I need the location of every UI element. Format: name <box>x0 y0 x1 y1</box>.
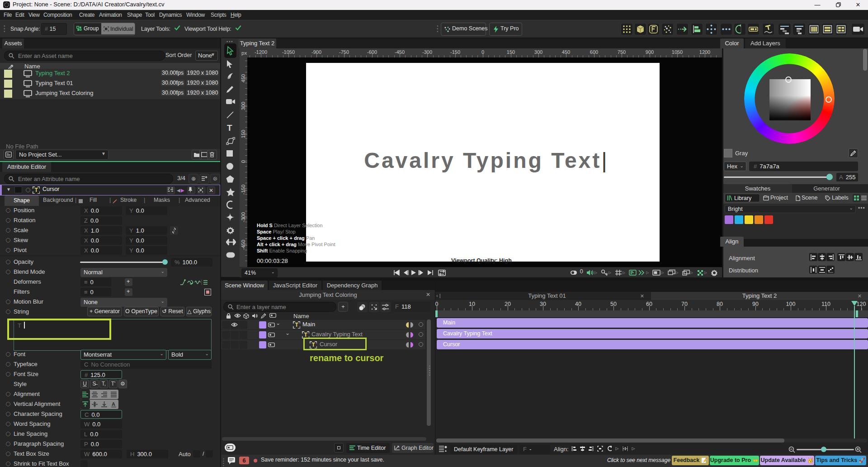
svg-text:A: A <box>112 401 115 407</box>
